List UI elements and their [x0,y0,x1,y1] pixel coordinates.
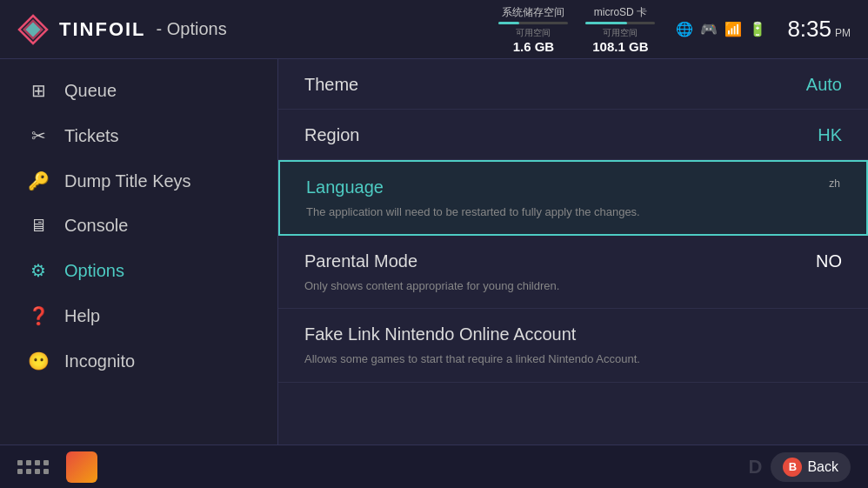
option-parental-header: Parental Mode NO [304,251,842,271]
logo-icon [17,14,49,45]
dot-3 [35,460,40,465]
help-icon: ❓ [26,305,50,326]
sidebar: ⊞ Queue ✂ Tickets 🔑 Dump Title Keys 🖥 Co… [0,59,278,445]
dot-6 [26,469,31,474]
option-fake-link-title: Fake Link Nintendo Online Account [304,324,576,344]
globe-icon: 🌐 [676,21,693,37]
storage-sd-size: 108.1 GB [592,39,648,54]
storage-sys-bar [498,22,568,24]
option-region[interactable]: Region HK [278,110,868,160]
storage-sys: 系统储存空间 可用空间 1.6 GB [498,5,568,54]
dot-7 [35,469,40,474]
option-parental-title: Parental Mode [304,251,417,271]
storage-sd-avail: 可用空间 [603,27,638,39]
sidebar-item-help-label: Help [64,306,100,326]
option-parental-mode[interactable]: Parental Mode NO Only shows content appr… [278,236,868,309]
footer: D B Back [0,445,868,488]
dot-5 [17,469,23,474]
sidebar-item-console[interactable]: 🖥 Console [0,204,277,248]
option-parental-description: Only shows content appropriate for young… [304,278,842,294]
dump-icon: 🔑 [26,170,50,191]
dot-4 [43,460,49,465]
sidebar-item-options[interactable]: ⚙ Options [0,248,277,293]
storage-sys-bar-fill [498,22,519,24]
sidebar-item-help[interactable]: ❓ Help [0,293,277,338]
header-left: TINFOIL - Options [17,14,227,45]
sidebar-item-dump-title-keys[interactable]: 🔑 Dump Title Keys [0,158,277,204]
option-language-top: Language zh [306,177,840,197]
battery-icon: 🔋 [749,21,766,37]
tinfoil-logo [17,14,49,45]
sidebar-item-queue[interactable]: ⊞ Queue [0,68,277,113]
option-theme-value: Auto [806,75,842,95]
footer-left [17,451,97,483]
sidebar-item-incognito[interactable]: 😶 Incognito [0,338,277,384]
option-fake-link[interactable]: Fake Link Nintendo Online Account Allows… [278,309,868,382]
footer-dots[interactable] [17,460,49,474]
footer-right: D B Back [749,452,851,482]
storage-group: 系统储存空间 可用空间 1.6 GB microSD 卡 可用空间 108.1 … [498,5,655,54]
b-button-label: B [789,460,797,473]
main: ⊞ Queue ✂ Tickets 🔑 Dump Title Keys 🖥 Co… [0,59,868,445]
storage-sd: microSD 卡 可用空间 108.1 GB [585,5,655,54]
header: TINFOIL - Options 系统储存空间 可用空间 1.6 GB mic… [0,0,868,59]
content-area: Theme Auto Region HK Language zh The app… [278,59,868,445]
option-theme[interactable]: Theme Auto [278,59,868,110]
time-ampm: PM [835,27,851,39]
incognito-icon: 😶 [26,351,50,371]
status-icons: 🌐 🎮 📶 🔋 [676,21,766,37]
option-language-content: Language zh The application will need to… [306,177,840,220]
game-icon [66,451,97,483]
sidebar-item-queue-label: Queue [64,81,117,101]
header-right: 系统储存空间 可用空间 1.6 GB microSD 卡 可用空间 108.1 … [498,5,851,54]
sidebar-item-options-label: Options [64,261,124,281]
option-theme-header: Theme Auto [304,75,842,95]
option-region-value: HK [818,125,842,145]
time-group: 8:35 PM [787,16,851,43]
sidebar-item-tickets[interactable]: ✂ Tickets [0,113,277,158]
back-label: Back [807,459,838,475]
logo-text: TINFOIL [59,18,146,41]
tickets-icon: ✂ [26,125,50,146]
storage-sys-avail: 可用空间 [516,27,551,39]
console-icon: 🖥 [26,216,50,236]
dot-8 [43,469,49,474]
time-display: 8:35 [787,16,831,43]
storage-sys-size: 1.6 GB [513,39,555,54]
gamecard-icon: 🎮 [700,21,718,37]
sidebar-item-dump-label: Dump Title Keys [64,171,191,191]
option-fake-link-header: Fake Link Nintendo Online Account [304,324,842,344]
dot-1 [17,460,23,465]
dot-2 [26,460,31,465]
option-language[interactable]: Language zh The application will need to… [278,160,868,236]
wifi-icon: 📶 [724,21,742,37]
sidebar-item-console-label: Console [64,216,128,236]
option-fake-link-description: Allows some games to start that require … [304,351,842,367]
header-subtitle: - Options [157,19,227,39]
b-button-circle: B [783,458,802,477]
option-theme-title: Theme [304,75,358,95]
storage-sd-label: microSD 卡 [594,5,647,20]
back-button[interactable]: B Back [771,452,851,482]
option-region-title: Region [304,125,359,145]
option-language-title: Language [306,177,384,197]
watermark: D [749,456,765,478]
options-icon: ⚙ [26,260,50,281]
storage-sys-label: 系统储存空间 [502,5,564,20]
storage-sd-bar [585,22,655,24]
storage-sd-bar-fill [585,22,627,24]
sidebar-item-tickets-label: Tickets [64,126,119,146]
sidebar-item-incognito-label: Incognito [64,351,135,371]
option-language-badge: zh [829,177,840,190]
queue-icon: ⊞ [26,80,50,101]
option-language-description: The application will need to be restarte… [306,204,840,220]
option-region-header: Region HK [304,125,842,145]
option-parental-value: NO [816,251,842,271]
